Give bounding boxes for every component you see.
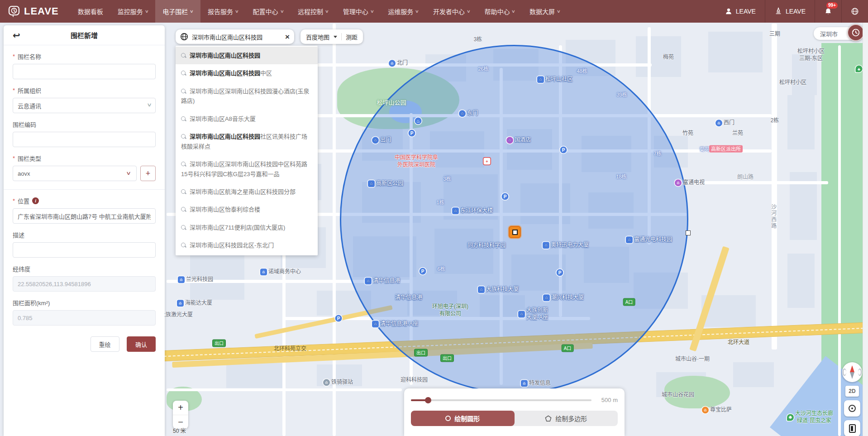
search-suggestion-8[interactable]: 深圳市南山区711便利店(国信大厦店) bbox=[176, 219, 318, 236]
compass-control[interactable] bbox=[842, 362, 862, 382]
fence-center-marker[interactable] bbox=[509, 226, 521, 238]
map-building-block bbox=[792, 54, 817, 95]
fence-circle-overlay[interactable] bbox=[340, 45, 688, 393]
fence-type-select[interactable] bbox=[13, 166, 137, 181]
search-icon bbox=[181, 243, 186, 248]
brand-logo[interactable]: LEAVE bbox=[0, 5, 71, 17]
section-divider bbox=[4, 189, 165, 190]
fence-code-label: 围栏编码 bbox=[13, 120, 156, 129]
area-label: 围栏面积(km²) bbox=[13, 298, 156, 307]
chevron-down-icon: ∨ bbox=[557, 9, 561, 14]
map-building-block bbox=[226, 363, 285, 388]
fence-name-label: 围栏名称 bbox=[13, 52, 156, 61]
search-icon bbox=[181, 162, 186, 167]
draw-polygon-button[interactable]: 绘制多边形 bbox=[515, 411, 618, 426]
confirm-button[interactable]: 确认 bbox=[127, 336, 156, 352]
nav-item-9[interactable]: 帮助中心∨ bbox=[477, 0, 522, 23]
nav-item-0[interactable]: 数据看板 bbox=[71, 0, 110, 23]
map-label: 3栋 bbox=[474, 36, 482, 43]
nav-item-4[interactable]: 配置中心∨ bbox=[246, 0, 291, 23]
back-button[interactable]: ↩ bbox=[13, 31, 20, 40]
locate-button[interactable] bbox=[844, 400, 860, 417]
map-label: ⌂诺域商务中心 bbox=[260, 268, 301, 276]
search-clear-icon[interactable]: × bbox=[285, 33, 290, 41]
search-suggestion-5[interactable]: 深圳市南山区深圳市南山区科技园中区科苑路15号科兴科学园C栋G层23号嘉和一品 bbox=[176, 155, 318, 183]
search-suggestion-1[interactable]: 深圳市南山区南山区科技园中区 bbox=[176, 64, 318, 82]
panorama-button[interactable] bbox=[844, 420, 860, 436]
notifications-button[interactable]: 99+ bbox=[815, 0, 841, 23]
measure-distance-button[interactable]: 测距 bbox=[346, 33, 358, 41]
map-provider-control: 百度地图 测距 bbox=[300, 29, 363, 44]
provider-caret-icon[interactable] bbox=[334, 36, 337, 38]
fence-center-marker-inner bbox=[512, 230, 518, 235]
alarm-menu[interactable]: LEAVE bbox=[765, 0, 815, 23]
map-building-block bbox=[190, 254, 244, 300]
draw-polygon-label: 绘制多边形 bbox=[555, 414, 587, 423]
radius-slider[interactable] bbox=[411, 399, 591, 401]
map-label: 城市山谷·一期 bbox=[675, 356, 710, 363]
map-search-input[interactable] bbox=[192, 34, 281, 40]
fountain-poi-icon: ♨ bbox=[415, 118, 422, 125]
nav-item-3[interactable]: 报告服务∨ bbox=[200, 0, 246, 23]
search-suggestion-3[interactable]: 深圳市南山区A8音乐大厦 bbox=[176, 110, 318, 128]
add-fence-type-button[interactable]: + bbox=[140, 166, 156, 181]
fence-resize-handle[interactable] bbox=[686, 230, 691, 235]
nav-item-5[interactable]: 远程控制∨ bbox=[291, 0, 336, 23]
user-menu[interactable]: LEAVE bbox=[715, 0, 765, 23]
map-label: 兰苑 bbox=[732, 130, 743, 137]
panorama-icon bbox=[849, 424, 856, 433]
map-building-block bbox=[787, 254, 815, 308]
page-scrollbar[interactable] bbox=[863, 23, 868, 436]
latlng-input bbox=[13, 276, 156, 292]
mode-2d-button[interactable]: 2D bbox=[845, 386, 859, 397]
search-icon bbox=[181, 189, 186, 194]
zoom-in-button[interactable]: + bbox=[173, 401, 188, 415]
search-suggestion-9[interactable]: 深圳市南山区科技园北区-东北门 bbox=[176, 236, 318, 254]
nav-item-1[interactable]: 监控服务∨ bbox=[110, 0, 156, 23]
globe-search-icon bbox=[180, 33, 188, 41]
search-icon bbox=[181, 89, 186, 94]
nav-item-2[interactable]: 电子围栏∨ bbox=[155, 0, 200, 23]
history-button[interactable] bbox=[847, 24, 864, 41]
chevron-down-icon: ∨ bbox=[280, 9, 284, 14]
map-label: 大族激光大厦 bbox=[160, 311, 193, 319]
radius-slider-handle[interactable] bbox=[425, 397, 431, 403]
rotate-left-icon bbox=[843, 369, 846, 376]
latlng-label: 经纬度 bbox=[13, 264, 156, 273]
compass-needle-north bbox=[850, 365, 854, 372]
nav-item-8[interactable]: 开发者中心∨ bbox=[426, 0, 477, 23]
fence-code-input[interactable] bbox=[13, 132, 156, 147]
info-icon[interactable]: i bbox=[32, 197, 39, 204]
map-right-controls: 2D bbox=[842, 362, 863, 436]
search-suggestion-0[interactable]: 深圳市南山区南山区科技园 bbox=[176, 47, 318, 64]
organization-select[interactable] bbox=[13, 98, 156, 113]
brand-logo-icon bbox=[8, 5, 20, 17]
location-input[interactable] bbox=[13, 208, 156, 224]
draw-circle-button[interactable]: 绘制圆形 bbox=[411, 411, 515, 426]
map-building-block bbox=[317, 364, 362, 386]
globe-icon bbox=[851, 7, 859, 15]
map-building-block bbox=[708, 32, 763, 72]
redcross-poi-icon: + bbox=[484, 158, 491, 165]
redraw-button[interactable]: 重绘 bbox=[91, 336, 119, 352]
map-search-bar: × bbox=[176, 29, 294, 44]
map-label: ⌂西门 bbox=[715, 120, 734, 127]
search-suggestion-2[interactable]: 深圳市南山区深圳南山区科技园漫心酒店(玉泉路店) bbox=[176, 82, 318, 110]
search-suggestion-4[interactable]: 深圳市南山区南山区科技园社区讯美科技广场核酸采样点 bbox=[176, 128, 318, 155]
language-globe-button[interactable] bbox=[841, 0, 868, 23]
search-suggestion-6[interactable]: 深圳市南山区航海之星南山区科技园分部 bbox=[176, 183, 318, 201]
description-input[interactable] bbox=[13, 242, 156, 258]
chevron-down-icon: ∨ bbox=[190, 9, 194, 14]
provider-label[interactable]: 百度地图 bbox=[306, 33, 329, 41]
city-label: 深圳市 bbox=[820, 29, 838, 38]
fence-name-input[interactable] bbox=[13, 64, 156, 79]
P-poi-icon: P bbox=[502, 193, 509, 200]
nav-item-7[interactable]: 运维服务∨ bbox=[381, 0, 426, 23]
map-label: 出口 bbox=[212, 340, 226, 347]
map-green-area bbox=[664, 376, 730, 408]
search-suggestion-7[interactable]: 深圳市南山区怡泰利综合楼 bbox=[176, 201, 318, 218]
blue-poi-icon: ⌂ bbox=[260, 269, 267, 276]
nav-item-10[interactable]: 数据大屏∨ bbox=[522, 0, 568, 23]
nav-item-6[interactable]: 管理中心∨ bbox=[336, 0, 381, 23]
map-label: ⌂海能达大厦 bbox=[177, 300, 212, 307]
